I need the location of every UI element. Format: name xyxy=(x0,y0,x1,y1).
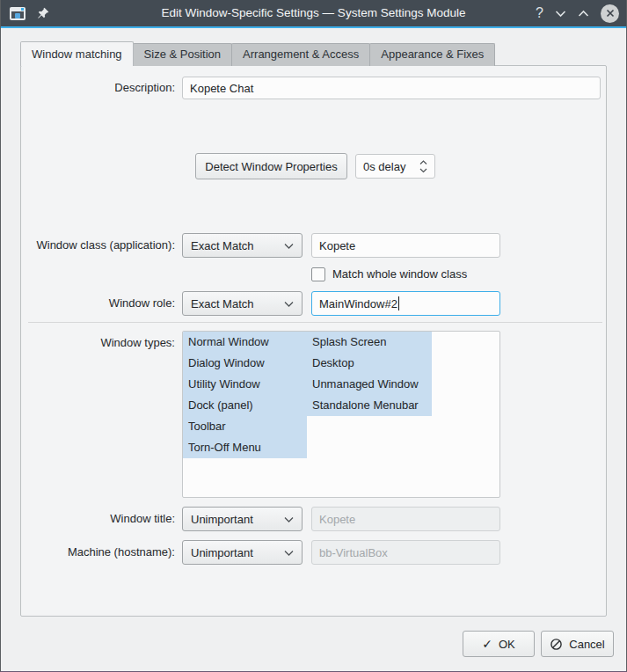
list-item-dock-panel[interactable]: Dock (panel) xyxy=(183,395,307,416)
match-whole-window-class-label[interactable]: Match whole window class xyxy=(332,267,467,281)
window-title-input: Kopete xyxy=(311,507,500,531)
tab-bar: Window matching Size & Position Arrangem… xyxy=(20,41,494,66)
chevron-down-icon xyxy=(284,243,294,249)
window-class-match-select[interactable]: Exact Match xyxy=(182,233,303,258)
maximize-chevron-up-icon[interactable] xyxy=(578,10,589,18)
machine-hostname-label: Machine (hostname): xyxy=(21,540,175,565)
tab-window-matching[interactable]: Window matching xyxy=(20,41,134,66)
minimize-chevron-down-icon[interactable] xyxy=(555,10,566,18)
window-types-label: Window types: xyxy=(21,331,175,355)
checkmark-icon: ✓ xyxy=(482,637,492,651)
description-label: Description: xyxy=(21,77,175,99)
list-item-standalone-menubar[interactable]: Standalone Menubar xyxy=(307,395,432,416)
list-item-utility-window[interactable]: Utility Window xyxy=(183,374,307,395)
list-item-normal-window[interactable]: Normal Window xyxy=(183,332,307,353)
tab-arrangement-access[interactable]: Arrangement & Access xyxy=(231,43,370,66)
window-class-label: Window class (application): xyxy=(21,233,175,258)
window-class-input[interactable]: Kopete xyxy=(311,233,500,258)
delay-spinbox-value: 0s delay xyxy=(363,160,405,173)
tab-content-frame: Description: Kopete Chat Detect Window P… xyxy=(20,65,607,617)
list-item-splash-screen[interactable]: Splash Screen xyxy=(307,332,432,353)
app-window-icon xyxy=(10,7,26,20)
separator xyxy=(28,322,602,323)
pin-icon[interactable] xyxy=(37,7,49,19)
chevron-down-icon xyxy=(284,516,294,522)
list-item-unmanaged-window[interactable]: Unmanaged Window xyxy=(307,374,432,395)
cancel-button[interactable]: Cancel xyxy=(541,631,614,657)
window-types-list[interactable]: Normal Window Dialog Window Utility Wind… xyxy=(182,331,500,498)
spin-up-icon xyxy=(419,160,427,165)
chevron-down-icon xyxy=(284,301,294,307)
cancel-circle-slash-icon xyxy=(550,638,563,651)
tab-size-position[interactable]: Size & Position xyxy=(133,43,232,66)
match-whole-window-class-checkbox[interactable] xyxy=(311,267,325,281)
help-icon[interactable]: ? xyxy=(536,0,543,26)
spin-down-icon xyxy=(419,168,427,173)
spinbox-arrows[interactable] xyxy=(419,160,427,173)
window-title-match-select[interactable]: Unimportant xyxy=(182,507,303,531)
list-item-desktop[interactable]: Desktop xyxy=(307,353,432,374)
titlebar-accent-line xyxy=(1,26,626,28)
description-input[interactable]: Kopete Chat xyxy=(182,77,601,99)
window-role-input[interactable]: MainWindow#2 xyxy=(311,291,500,316)
list-item-dialog-window[interactable]: Dialog Window xyxy=(183,353,307,374)
window-role-label: Window role: xyxy=(21,291,175,316)
window-role-match-select[interactable]: Exact Match xyxy=(182,291,303,316)
machine-hostname-input: bb-VirtualBox xyxy=(311,540,500,565)
tab-appearance-fixes[interactable]: Appearance & Fixes xyxy=(369,43,495,66)
list-item-torn-off-menu[interactable]: Torn-Off Menu xyxy=(183,437,307,458)
detect-window-properties-button[interactable]: Detect Window Properties xyxy=(195,153,347,179)
machine-match-select[interactable]: Unimportant xyxy=(182,540,303,565)
delay-spinbox[interactable]: 0s delay xyxy=(355,154,435,179)
list-item-toolbar[interactable]: Toolbar xyxy=(183,416,307,437)
window-title-label: Window title: xyxy=(21,507,175,531)
close-icon[interactable] xyxy=(601,4,619,23)
chevron-down-icon xyxy=(284,550,294,556)
settings-window: Edit Window-Specific Settings — System S… xyxy=(0,0,627,672)
ok-button[interactable]: ✓ OK xyxy=(463,631,535,657)
window-title: Edit Window-Specific Settings — System S… xyxy=(1,0,626,26)
titlebar[interactable]: Edit Window-Specific Settings — System S… xyxy=(1,0,626,26)
